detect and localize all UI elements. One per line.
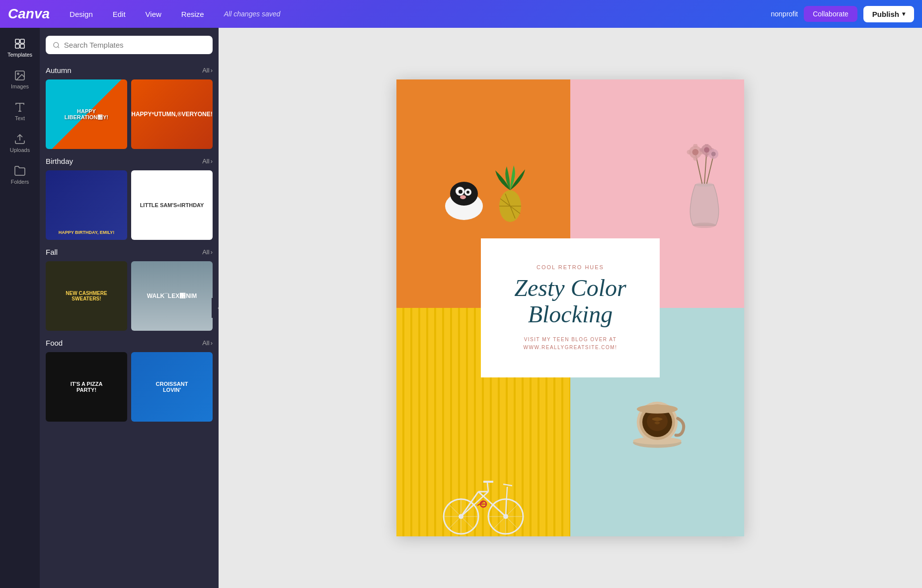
svg-point-7	[54, 42, 59, 47]
chevron-right-icon: ›	[211, 248, 213, 256]
category-food-all[interactable]: All ›	[202, 339, 213, 347]
category-birthday-all[interactable]: All ›	[202, 157, 213, 165]
sidebar-label-text: Text	[15, 115, 25, 121]
svg-point-28	[693, 156, 697, 161]
folder-icon	[14, 165, 26, 177]
search-icon	[53, 41, 60, 49]
svg-point-32	[704, 147, 709, 152]
publish-button[interactable]: Publish ▾	[863, 6, 914, 22]
svg-point-15	[460, 195, 466, 199]
chevron-down-icon: ▾	[902, 10, 905, 17]
food-grid	[46, 352, 213, 422]
save-status: All changes saved	[224, 10, 281, 18]
fall-template-2[interactable]	[131, 261, 213, 331]
category-fall: Fall All ›	[40, 244, 219, 335]
sidebar-item-images[interactable]: Images	[2, 64, 37, 95]
category-birthday: Birthday All ›	[40, 153, 219, 244]
category-autumn: Autumn All ›	[40, 62, 219, 153]
sidebar-icons: Templates Images Text Uploads Folders	[0, 28, 40, 588]
sidebar-item-uploads[interactable]: Uploads	[2, 127, 37, 159]
search-input[interactable]	[64, 41, 206, 49]
fall-grid	[46, 261, 213, 331]
pineapple-illustration	[493, 161, 528, 226]
category-fall-header: Fall All ›	[46, 248, 213, 256]
category-food-title: Food	[46, 339, 63, 347]
search-input-wrap[interactable]	[46, 36, 213, 54]
bicycle-illustration	[434, 457, 533, 536]
category-autumn-header: Autumn All ›	[46, 66, 213, 74]
vase-illustration	[675, 144, 734, 243]
sidebar-label-templates: Templates	[7, 52, 32, 58]
svg-rect-3	[20, 44, 24, 48]
sidebar-item-folders[interactable]: Folders	[2, 159, 37, 191]
svg-point-21	[693, 222, 715, 228]
category-food: Food All ›	[40, 335, 219, 426]
svg-rect-0	[15, 39, 19, 43]
svg-point-14	[466, 191, 469, 194]
template-icon	[14, 38, 26, 50]
publish-label: Publish	[872, 10, 899, 18]
chevron-left-icon: ‹	[218, 304, 219, 311]
svg-line-8	[58, 46, 59, 48]
category-fall-all[interactable]: All ›	[202, 248, 213, 256]
guinea-pig-illustration	[439, 166, 489, 221]
birthday-template-1[interactable]	[46, 170, 127, 240]
svg-point-13	[459, 190, 462, 194]
nav-design[interactable]: Design	[66, 8, 97, 20]
birthday-template-2[interactable]	[131, 170, 213, 240]
topbar: Canva Design Edit View Resize All change…	[0, 0, 922, 28]
autumn-template-2[interactable]	[131, 79, 213, 149]
search-bar	[40, 28, 219, 62]
fall-template-1[interactable]	[46, 261, 127, 331]
category-autumn-title: Autumn	[46, 66, 72, 74]
center-card: COOL RETRO HUES Zesty Color Blocking VIS…	[481, 238, 660, 377]
panel-hide-button[interactable]: ‹	[212, 298, 219, 318]
text-icon	[14, 101, 26, 113]
svg-rect-2	[15, 44, 19, 48]
design-canvas[interactable]: COOL RETRO HUES Zesty Color Blocking VIS…	[396, 79, 744, 536]
svg-point-68	[637, 405, 678, 414]
svg-point-38	[711, 151, 716, 156]
svg-line-43	[461, 492, 478, 516]
nav-edit[interactable]: Edit	[109, 8, 130, 20]
svg-line-24	[707, 155, 714, 184]
sidebar-item-templates[interactable]: Templates	[2, 32, 37, 64]
nav-resize[interactable]: Resize	[177, 8, 208, 20]
collaborate-button[interactable]: Collaborate	[804, 6, 857, 22]
category-birthday-header: Birthday All ›	[46, 157, 213, 165]
svg-point-10	[450, 182, 478, 206]
svg-point-26	[692, 149, 698, 155]
card-subtitle: COOL RETRO HUES	[537, 264, 604, 270]
svg-point-34	[705, 153, 708, 157]
templates-panel: Autumn All › Birthday All › Fall	[40, 28, 219, 588]
chevron-right-icon: ›	[211, 67, 213, 74]
sidebar-label-uploads: Uploads	[10, 147, 30, 153]
food-template-2[interactable]	[131, 352, 213, 422]
sidebar-label-images: Images	[11, 83, 29, 89]
svg-point-5	[17, 73, 19, 74]
svg-rect-1	[20, 39, 24, 43]
coffee-cup-illustration	[627, 392, 687, 452]
autumn-template-1[interactable]	[46, 79, 127, 149]
upload-icon	[14, 133, 26, 145]
autumn-grid	[46, 79, 213, 149]
sidebar-label-folders: Folders	[11, 179, 29, 185]
canva-logo: Canva	[8, 6, 50, 22]
card-body: VISIT MY TEEN BLOG OVER AT WWW.REALLYGRE…	[524, 336, 617, 352]
chevron-right-icon: ›	[211, 339, 213, 347]
food-template-1[interactable]	[46, 352, 127, 422]
image-icon	[14, 70, 26, 81]
canvas-area: COOL RETRO HUES Zesty Color Blocking VIS…	[219, 28, 922, 588]
category-food-header: Food All ›	[46, 339, 213, 347]
category-fall-title: Fall	[46, 248, 58, 256]
nav-view[interactable]: View	[142, 8, 165, 20]
svg-line-48	[503, 484, 512, 486]
svg-point-29	[687, 150, 692, 154]
card-title: Zesty Color Blocking	[496, 275, 645, 328]
svg-point-35	[699, 148, 703, 151]
sidebar-item-text[interactable]: Text	[2, 95, 37, 127]
category-autumn-all[interactable]: All ›	[202, 67, 213, 74]
birthday-grid	[46, 170, 213, 240]
svg-line-49	[487, 483, 488, 492]
category-birthday-title: Birthday	[46, 157, 73, 165]
